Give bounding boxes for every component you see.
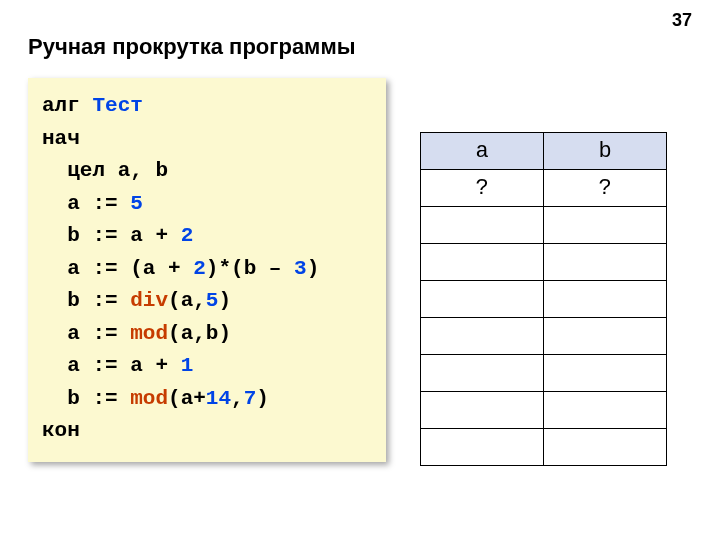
code-text: , — [231, 387, 244, 410]
code-text: b := — [67, 387, 130, 410]
table-row — [421, 429, 667, 466]
table-row: ?? — [421, 170, 667, 207]
number: 7 — [244, 387, 257, 410]
table-cell — [544, 392, 667, 429]
code-line-2: нач — [42, 123, 372, 156]
code-text: )*(b – — [206, 257, 294, 280]
code-text: b := a + — [67, 224, 180, 247]
number: 5 — [206, 289, 219, 312]
keyword: нач — [42, 127, 80, 150]
table-cell — [544, 318, 667, 355]
number: 2 — [181, 224, 194, 247]
trace-table: a b ?? — [420, 132, 667, 466]
table-row — [421, 281, 667, 318]
pad — [42, 192, 67, 215]
code-text: (a, — [168, 289, 206, 312]
table-row — [421, 318, 667, 355]
code-line-6: a := (a + 2)*(b – 3) — [42, 253, 372, 286]
table-cell — [421, 244, 544, 281]
pad — [42, 257, 67, 280]
pad — [42, 322, 67, 345]
number: 14 — [206, 387, 231, 410]
table-header-a: a — [421, 133, 544, 170]
code-line-3: цел a, b — [42, 155, 372, 188]
table-cell — [544, 355, 667, 392]
table-cell — [544, 244, 667, 281]
table-cell — [421, 355, 544, 392]
code-line-11: кон — [42, 415, 372, 448]
table-cell — [544, 429, 667, 466]
table-cell — [421, 429, 544, 466]
code-line-9: a := a + 1 — [42, 350, 372, 383]
function: mod — [130, 322, 168, 345]
table-row — [421, 392, 667, 429]
number: 1 — [181, 354, 194, 377]
number: 2 — [193, 257, 206, 280]
code-text: a := (a + — [67, 257, 193, 280]
number: 3 — [294, 257, 307, 280]
table-header-row: a b — [421, 133, 667, 170]
code-text: a := — [67, 322, 130, 345]
code-line-4: a := 5 — [42, 188, 372, 221]
table-cell — [421, 392, 544, 429]
code-text: (a,b) — [168, 322, 231, 345]
code-text: ) — [218, 289, 231, 312]
code-block: алг Тест нач цел a, b a := 5 b := a + 2 … — [28, 78, 386, 462]
code-line-1: алг Тест — [42, 90, 372, 123]
code-line-5: b := a + 2 — [42, 220, 372, 253]
keyword: алг — [42, 94, 92, 117]
page-title: Ручная прокрутка программы — [28, 34, 355, 60]
algorithm-name: Тест — [92, 94, 142, 117]
pad — [42, 354, 67, 377]
code-line-10: b := mod(a+14,7) — [42, 383, 372, 416]
code-text: a, b — [105, 159, 168, 182]
code-text: a := a + — [67, 354, 180, 377]
table-cell — [544, 207, 667, 244]
page-number: 37 — [672, 10, 692, 31]
trace-table-body: ?? — [421, 170, 667, 466]
table-cell — [421, 318, 544, 355]
table-cell: ? — [421, 170, 544, 207]
table-cell: ? — [544, 170, 667, 207]
code-text: (a+ — [168, 387, 206, 410]
code-text: b := — [67, 289, 130, 312]
table-header-b: b — [544, 133, 667, 170]
table-row — [421, 355, 667, 392]
pad — [42, 387, 67, 410]
table-cell — [544, 281, 667, 318]
table-row — [421, 207, 667, 244]
pad — [42, 224, 67, 247]
keyword: цел — [67, 159, 105, 182]
table-cell — [421, 281, 544, 318]
code-line-8: a := mod(a,b) — [42, 318, 372, 351]
table-cell — [421, 207, 544, 244]
function: div — [130, 289, 168, 312]
code-line-7: b := div(a,5) — [42, 285, 372, 318]
pad — [42, 159, 67, 182]
code-text: ) — [307, 257, 320, 280]
pad — [42, 289, 67, 312]
function: mod — [130, 387, 168, 410]
number: 5 — [130, 192, 143, 215]
table-row — [421, 244, 667, 281]
keyword: кон — [42, 419, 80, 442]
code-text: ) — [256, 387, 269, 410]
code-text: a := — [67, 192, 130, 215]
